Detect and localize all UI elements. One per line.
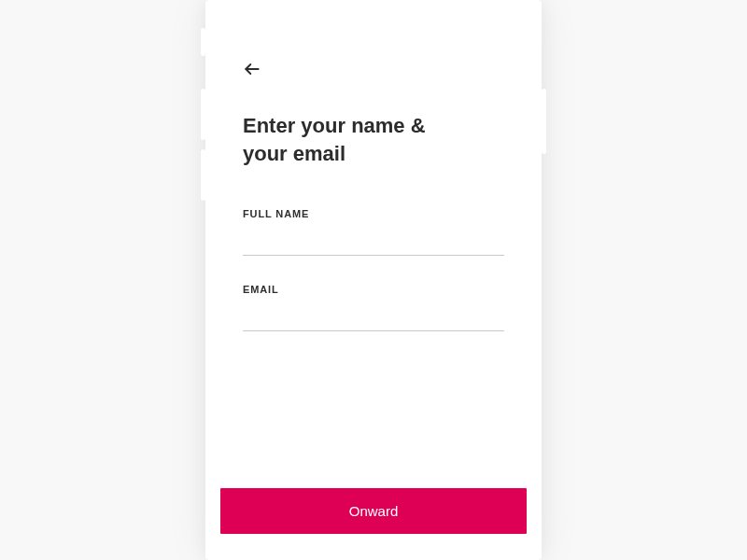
- arrow-left-icon: [243, 60, 261, 78]
- device-notch: [542, 89, 546, 154]
- email-field: EMAIL: [243, 284, 504, 331]
- nav-bar: [243, 56, 504, 82]
- page-title: Enter your name & your email: [243, 112, 448, 167]
- email-label: EMAIL: [243, 284, 504, 295]
- device-frame: Enter your name & your email FULL NAME E…: [205, 0, 542, 560]
- screen: Enter your name & your email FULL NAME E…: [205, 0, 542, 488]
- footer: Onward: [205, 488, 542, 560]
- onward-button[interactable]: Onward: [220, 488, 527, 534]
- full-name-field: FULL NAME: [243, 208, 504, 256]
- full-name-input[interactable]: [243, 227, 504, 256]
- email-input[interactable]: [243, 302, 504, 331]
- back-button[interactable]: [239, 56, 265, 82]
- full-name-label: FULL NAME: [243, 208, 504, 219]
